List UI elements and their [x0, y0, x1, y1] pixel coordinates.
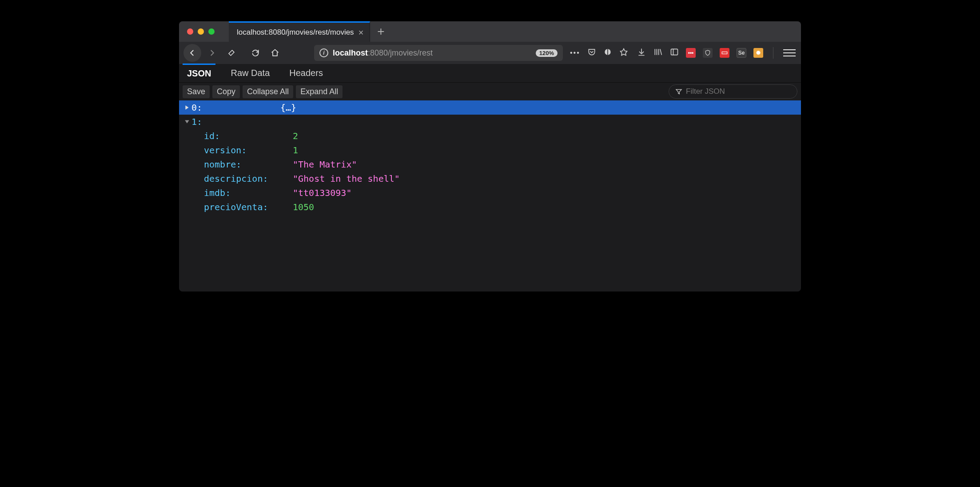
svg-rect-2: [671, 49, 678, 55]
browser-tab[interactable]: localhost:8080/jmovies/rest/movies ×: [229, 21, 370, 42]
reload-button[interactable]: [247, 44, 264, 62]
extension-ublock-icon[interactable]: [703, 48, 713, 58]
minimize-window[interactable]: [198, 28, 204, 35]
json-field-nombre[interactable]: nombre: "The Matrix": [179, 157, 801, 172]
container-icon[interactable]: [603, 48, 612, 58]
twistie-collapsed-icon[interactable]: [183, 105, 191, 110]
sidebar-icon[interactable]: [670, 48, 679, 58]
forward-button[interactable]: [203, 44, 221, 62]
close-window[interactable]: [187, 28, 193, 35]
json-body: 0: {…} 1: id: 2 version: 1 nombre: "The …: [179, 100, 801, 291]
json-field-precioVenta[interactable]: precioVenta: 1050: [179, 200, 801, 214]
pocket-icon[interactable]: [587, 48, 596, 58]
viewer-tabs: JSON Raw Data Headers: [179, 64, 801, 83]
downloads-icon[interactable]: [637, 48, 646, 58]
more-icon[interactable]: •••: [570, 49, 580, 57]
bookmark-star-icon[interactable]: [619, 48, 628, 58]
json-field-version[interactable]: version: 1: [179, 143, 801, 157]
collapse-button[interactable]: Collapse All: [243, 85, 293, 98]
svg-rect-1: [607, 49, 608, 55]
site-info-icon[interactable]: i: [319, 48, 328, 57]
json-key: precioVenta:: [204, 200, 293, 214]
json-value: 2: [293, 129, 298, 143]
json-key: id:: [204, 129, 293, 143]
json-row-1[interactable]: 1:: [179, 115, 801, 129]
json-row-0[interactable]: 0: {…}: [179, 100, 801, 115]
filter-input[interactable]: [686, 87, 791, 96]
json-field-id[interactable]: id: 2: [179, 129, 801, 143]
json-field-imdb[interactable]: imdb: "tt0133093": [179, 186, 801, 200]
home-button[interactable]: [266, 44, 284, 62]
close-tab-icon[interactable]: ×: [359, 28, 364, 37]
json-collapsed-value: {…}: [280, 100, 296, 115]
json-value: "The Matrix": [293, 157, 357, 172]
tab-title: localhost:8080/jmovies/rest/movies: [237, 28, 354, 37]
extension-selenium-icon[interactable]: Se: [737, 48, 746, 58]
json-key: nombre:: [204, 157, 293, 172]
save-button[interactable]: Save: [183, 85, 210, 98]
json-key: version:: [204, 143, 293, 157]
url-host: localhost: [333, 48, 368, 57]
extension-ruler-icon[interactable]: [720, 48, 729, 58]
twistie-expanded-icon[interactable]: [183, 119, 191, 124]
back-button[interactable]: [183, 44, 201, 62]
toolbar-right: ••• Se ✺: [637, 47, 796, 59]
zoom-badge[interactable]: 120%: [536, 49, 558, 57]
filter-field[interactable]: [669, 84, 797, 99]
expand-button[interactable]: Expand All: [296, 85, 343, 98]
json-key: imdb:: [204, 186, 293, 200]
json-value: 1050: [293, 200, 314, 214]
json-field-descripcion[interactable]: descripcion: "Ghost in the shell": [179, 172, 801, 186]
extension-settings-icon[interactable]: ✺: [753, 48, 763, 58]
window-controls: [179, 28, 223, 35]
maximize-window[interactable]: [208, 28, 215, 35]
json-key: 0:: [191, 100, 280, 115]
json-key: 1:: [191, 115, 280, 129]
copy-button[interactable]: Copy: [212, 85, 240, 98]
hamburger-menu[interactable]: [783, 47, 796, 59]
toolbar-divider: [773, 47, 773, 59]
tab-rawdata[interactable]: Raw Data: [226, 64, 274, 82]
browser-toolbar: i localhost:8080/jmovies/rest 120% •••: [179, 42, 801, 64]
library-icon[interactable]: [653, 48, 663, 58]
json-value: "Ghost in the shell": [293, 172, 400, 186]
tab-strip: localhost:8080/jmovies/rest/movies × +: [179, 21, 801, 42]
address-bar[interactable]: i localhost:8080/jmovies/rest 120%: [314, 45, 563, 61]
json-value: "tt0133093": [293, 186, 351, 200]
json-value: 1: [293, 143, 298, 157]
page-action-buttons: •••: [570, 48, 628, 58]
browser-window: localhost:8080/jmovies/rest/movies × + i…: [179, 21, 801, 291]
new-tab-button[interactable]: +: [370, 25, 391, 38]
extension-lastpass-icon[interactable]: •••: [686, 48, 696, 58]
url-path: :8080/jmovies/rest: [368, 48, 433, 57]
filter-icon: [675, 88, 682, 95]
svg-rect-3: [722, 52, 727, 54]
json-key: descripcion:: [204, 172, 293, 186]
devtools-button[interactable]: [223, 44, 240, 62]
tab-json[interactable]: JSON: [183, 64, 215, 82]
tab-headers[interactable]: Headers: [285, 64, 327, 82]
viewer-actions: Save Copy Collapse All Expand All: [179, 83, 801, 100]
